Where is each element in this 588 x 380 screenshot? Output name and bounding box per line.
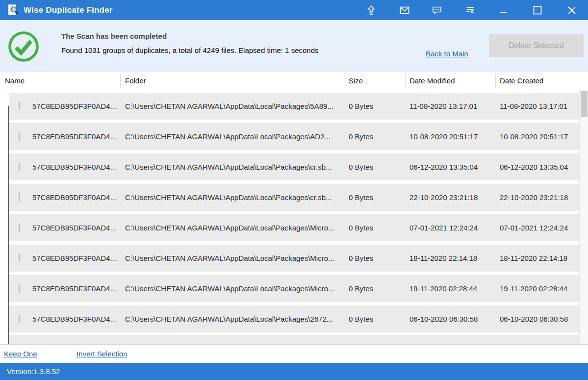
cell-date-created: 18-11-2020 22:14:18 <box>500 254 579 262</box>
cell-date-modified: 06-12-2020 13:35:04 <box>409 163 500 171</box>
cell-date-modified: 11-08-2020 13:17:01 <box>409 102 500 110</box>
cell-size: 0 Bytes <box>349 224 409 232</box>
cell-name: 57C8EDB95DF3F0AD4... <box>32 254 125 262</box>
row-checkbox[interactable] <box>19 163 20 171</box>
table-row[interactable]: 57C8EDB95DF3F0AD4... C:\Users\CHETAN AGA… <box>9 93 579 120</box>
table-row[interactable]: 57C8EDB95DF3F0AD4... C:\Users\CHETAN AGA… <box>9 214 579 241</box>
window-title: Wise Duplicate Finder <box>24 0 113 20</box>
row-checkbox[interactable] <box>19 193 20 202</box>
group-tree-line <box>8 106 9 344</box>
upgrade-icon[interactable] <box>360 0 383 20</box>
column-header-date-modified[interactable]: Date Modified <box>409 72 455 90</box>
column-header-size[interactable]: Size <box>349 72 363 90</box>
cell-size: 0 Bytes <box>349 284 409 293</box>
cell-folder: C:\Users\CHETAN AGARWAL\AppData\Local\Pa… <box>125 254 349 262</box>
table-row[interactable]: 57C8EDB95DF3F0AD4... C:\Users\CHETAN AGA… <box>9 275 579 302</box>
cell-folder: C:\Users\CHETAN AGARWAL\AppData\Local\Pa… <box>125 132 349 141</box>
cell-name: 57C8EDB95DF3F0AD4... <box>32 193 125 202</box>
cell-date-created: 06-12-2020 13:35:04 <box>500 163 579 171</box>
column-divider[interactable] <box>495 74 496 88</box>
cell-name: 57C8EDB95DF3F0AD4... <box>32 132 125 141</box>
cell-date-created: 10-08-2020 20:51:17 <box>500 132 579 141</box>
column-divider[interactable] <box>345 74 345 88</box>
cell-size: 0 Bytes <box>349 102 409 110</box>
cell-name: 57C8EDB95DF3F0AD4... <box>32 102 125 110</box>
column-divider[interactable] <box>405 74 406 88</box>
column-header-name[interactable]: Name <box>5 72 25 90</box>
maximize-icon[interactable] <box>526 0 549 20</box>
scan-result-banner: The Scan has been completed Found 1031 g… <box>0 20 588 72</box>
cell-size: 0 Bytes <box>349 193 409 202</box>
app-logo-icon <box>6 3 20 17</box>
cell-name: 57C8EDB95DF3F0AD4... <box>32 315 125 323</box>
keep-one-link[interactable]: Keep One <box>4 350 37 358</box>
cell-folder: C:\Users\CHETAN AGARWAL\AppData\Local\Pa… <box>125 102 349 110</box>
app-window: Wise Duplicate Finder <box>0 0 588 380</box>
row-checkbox[interactable] <box>19 315 20 323</box>
cell-size: 0 Bytes <box>349 315 409 323</box>
cell-folder: C:\Users\CHETAN AGARWAL\AppData\Local\Pa… <box>125 163 349 171</box>
vertical-scrollbar[interactable] <box>579 90 588 345</box>
cell-date-created: 22-10-2020 23:21:18 <box>500 193 579 202</box>
hide-list-icon[interactable] <box>459 0 482 20</box>
list-footer: Keep One Invert Selection <box>0 345 588 363</box>
column-divider[interactable] <box>120 74 121 88</box>
cell-folder: C:\Users\CHETAN AGARWAL\AppData\Local\Pa… <box>125 315 349 323</box>
cell-date-modified: 18-11-2020 22:14:18 <box>409 254 500 262</box>
cell-name: 57C8EDB95DF3F0AD4... <box>32 224 125 232</box>
table-row[interactable]: 57C8EDB95DF3F0AD4... C:\Users\CHETAN AGA… <box>9 184 579 211</box>
row-checkbox[interactable] <box>19 132 20 141</box>
version-label: Version:1.3.8.52 <box>7 363 60 380</box>
cell-date-created: 11-08-2020 13:17:01 <box>500 102 579 110</box>
cell-date-modified: 19-11-2020 02:28:44 <box>409 284 500 293</box>
scan-status-title: The Scan has been completed <box>61 32 167 40</box>
table-row-partial <box>9 335 579 344</box>
cell-size: 0 Bytes <box>349 132 409 141</box>
close-icon[interactable] <box>561 0 583 20</box>
cell-date-modified: 07-01-2021 12:24:24 <box>409 224 500 232</box>
table-row[interactable]: 57C8EDB95DF3F0AD4... C:\Users\CHETAN AGA… <box>9 123 579 150</box>
invert-selection-link[interactable]: Invert Selection <box>77 350 127 358</box>
scrollbar-thumb[interactable] <box>581 91 588 117</box>
row-checkbox[interactable] <box>19 284 20 293</box>
column-header-folder[interactable]: Folder <box>125 72 146 90</box>
minimize-icon[interactable] <box>492 0 515 20</box>
duplicates-list: 57C8EDB95DF3F0AD4... C:\Users\CHETAN AGA… <box>0 90 588 345</box>
scan-complete-check-icon <box>8 31 39 62</box>
table-header: Name Folder Size Date Modified Date Crea… <box>0 72 588 90</box>
table-row[interactable]: 57C8EDB95DF3F0AD4... C:\Users\CHETAN AGA… <box>9 245 579 272</box>
table-row[interactable]: 57C8EDB95DF3F0AD4... C:\Users\CHETAN AGA… <box>9 305 579 332</box>
cell-date-modified: 10-08-2020 20:51:17 <box>409 132 500 141</box>
cell-date-created: 07-01-2021 12:24:24 <box>500 224 579 232</box>
row-checkbox[interactable] <box>19 224 20 232</box>
cell-name: 57C8EDB95DF3F0AD4... <box>32 284 125 293</box>
mail-icon[interactable] <box>393 0 416 20</box>
cell-date-created: 19-11-2020 02:28:44 <box>500 284 579 293</box>
delete-selected-button[interactable]: Delete Selected <box>489 34 584 57</box>
title-bar: Wise Duplicate Finder <box>0 0 588 20</box>
cell-folder: C:\Users\CHETAN AGARWAL\AppData\Local\Pa… <box>125 284 349 293</box>
scan-status-summary: Found 1031 groups of duplicates, a total… <box>61 46 319 54</box>
cell-size: 0 Bytes <box>349 254 409 262</box>
cell-date-created: 06-10-2020 06:30:58 <box>500 315 579 323</box>
cell-name: 57C8EDB95DF3F0AD4... <box>32 163 125 171</box>
status-bar: Version:1.3.8.52 <box>0 363 588 380</box>
back-to-main-link[interactable]: Back to Main <box>426 50 468 58</box>
cell-date-modified: 22-10-2020 23:21:18 <box>409 193 500 202</box>
row-checkbox[interactable] <box>19 254 20 262</box>
cell-folder: C:\Users\CHETAN AGARWAL\AppData\Local\Pa… <box>125 193 349 202</box>
feedback-chat-icon[interactable] <box>426 0 448 20</box>
cell-size: 0 Bytes <box>349 163 409 171</box>
cell-date-modified: 06-10-2020 06:30:58 <box>409 315 500 323</box>
row-checkbox[interactable] <box>19 102 20 110</box>
column-header-date-created[interactable]: Date Created <box>500 72 543 90</box>
cell-folder: C:\Users\CHETAN AGARWAL\AppData\Local\Pa… <box>125 224 349 232</box>
table-row[interactable]: 57C8EDB95DF3F0AD4... C:\Users\CHETAN AGA… <box>9 153 579 180</box>
